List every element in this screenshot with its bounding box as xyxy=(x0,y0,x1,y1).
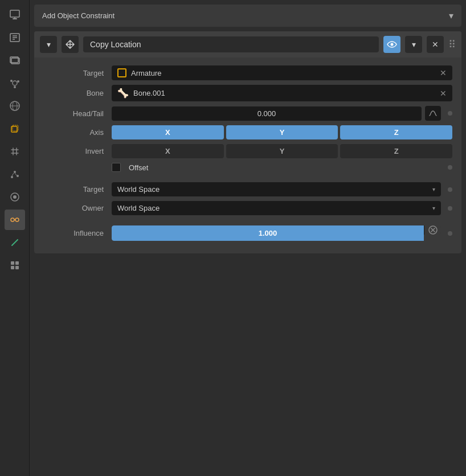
add-constraint-arrow: ▾ xyxy=(449,10,453,21)
invert-y-button[interactable]: Y xyxy=(226,144,338,158)
owner-space-value: World Space xyxy=(117,204,160,212)
offset-row: Offset xyxy=(43,163,452,172)
bone-field[interactable]: 🦴 Bone.001 ✕ xyxy=(112,85,452,101)
sidebar-item-particles[interactable] xyxy=(5,164,25,184)
invert-group: X Y Z xyxy=(112,144,452,158)
influence-row: Influence 1.000 xyxy=(43,225,452,241)
constraint-close-button[interactable]: ✕ xyxy=(427,36,444,53)
bone-clear-button[interactable]: ✕ xyxy=(440,89,447,98)
svg-point-10 xyxy=(10,80,13,82)
sidebar-item-modifier[interactable] xyxy=(5,141,25,162)
svg-rect-1 xyxy=(13,18,17,19)
invert-label: Invert xyxy=(43,147,112,155)
constraint-header: ▾ Copy Location ▾ xyxy=(34,31,461,58)
svg-point-25 xyxy=(11,218,14,221)
svg-point-19 xyxy=(14,171,16,173)
constraint-body: Target Armature ✕ Bone 🦴 Bone.001 ✕ xyxy=(34,58,461,253)
constraint-drag-handle[interactable]: ⠿ xyxy=(448,38,456,51)
influence-label: Influence xyxy=(43,229,112,237)
bone-label: Bone xyxy=(43,89,112,97)
sidebar-item-object[interactable] xyxy=(5,118,25,139)
collapse-button[interactable]: ▾ xyxy=(40,36,57,53)
invert-row: Invert X Y Z xyxy=(43,144,452,158)
close-icon: ✕ xyxy=(432,40,439,49)
curve-button[interactable] xyxy=(425,106,441,121)
sidebar-item-scene[interactable] xyxy=(5,73,25,93)
svg-point-9 xyxy=(13,81,17,85)
influence-field[interactable]: 1.000 xyxy=(112,225,424,241)
invert-z-button[interactable]: Z xyxy=(340,144,452,158)
bone-control: 🦴 Bone.001 ✕ xyxy=(112,85,452,101)
sidebar-item-render[interactable] xyxy=(5,5,25,25)
svg-rect-31 xyxy=(11,266,14,269)
svg-rect-32 xyxy=(15,266,19,269)
head-tail-field[interactable]: 0.000 xyxy=(112,106,422,121)
target-clear-button[interactable]: ✕ xyxy=(440,68,447,77)
sidebar-item-physics[interactable] xyxy=(5,187,25,207)
sidebar-item-data[interactable] xyxy=(5,232,25,253)
head-tail-label: Head/Tail xyxy=(43,109,112,118)
target-field[interactable]: Armature ✕ xyxy=(112,65,452,80)
svg-point-11 xyxy=(17,80,19,83)
collapse-arrow-icon: ▾ xyxy=(47,40,51,49)
eye-icon xyxy=(387,40,397,48)
svg-line-22 xyxy=(15,173,17,175)
svg-rect-30 xyxy=(15,261,19,265)
target-space-control: World Space ▾ xyxy=(112,182,452,196)
svg-point-12 xyxy=(14,86,16,88)
move-icon xyxy=(65,39,75,50)
visibility-toggle[interactable] xyxy=(383,36,400,53)
target-space-row: Target World Space ▾ xyxy=(43,182,452,196)
owner-space-arrow-icon: ▾ xyxy=(432,205,435,211)
sidebar xyxy=(0,0,30,476)
axis-z-button[interactable]: Z xyxy=(340,125,452,139)
svg-line-21 xyxy=(12,173,14,176)
svg-rect-0 xyxy=(10,10,19,17)
bone-row: Bone 🦴 Bone.001 ✕ xyxy=(43,85,452,101)
head-tail-row: Head/Tail 0.000 xyxy=(43,106,452,121)
move-handle[interactable] xyxy=(62,36,79,53)
influence-close-icon xyxy=(428,225,438,235)
target-value: Armature xyxy=(131,69,161,77)
head-tail-dot xyxy=(448,111,452,116)
owner-space-dropdown[interactable]: World Space ▾ xyxy=(112,201,441,215)
owner-space-label: Owner xyxy=(43,204,112,212)
sidebar-item-view-layer[interactable] xyxy=(5,50,25,71)
target-control: Armature ✕ xyxy=(112,65,452,80)
axis-label: Axis xyxy=(43,128,112,137)
owner-space-control: World Space ▾ xyxy=(112,201,452,215)
svg-point-20 xyxy=(17,175,19,177)
axis-group: X Y Z xyxy=(112,125,452,139)
influence-wrapper: 1.000 xyxy=(112,225,441,241)
constraint-title: Copy Location xyxy=(83,36,379,52)
svg-point-24 xyxy=(13,195,17,199)
sidebar-item-output[interactable] xyxy=(5,27,25,48)
curve-icon xyxy=(428,109,438,118)
svg-line-28 xyxy=(12,240,18,245)
invert-x-button[interactable]: X xyxy=(112,144,224,158)
target-space-label: Target xyxy=(43,185,112,194)
axis-row: Axis X Y Z xyxy=(43,125,452,139)
head-tail-control: 0.000 xyxy=(112,106,452,121)
main-content: Add Object Constraint ▾ ▾ Copy Location xyxy=(30,0,466,476)
target-label: Target xyxy=(43,69,112,77)
offset-dot xyxy=(448,165,452,170)
add-constraint-bar[interactable]: Add Object Constraint ▾ xyxy=(34,5,461,27)
sidebar-item-constraint[interactable] xyxy=(5,210,25,230)
offset-control: Offset xyxy=(112,163,452,172)
offset-label: Offset xyxy=(129,163,148,172)
armature-icon xyxy=(117,68,126,77)
target-space-arrow-icon: ▾ xyxy=(432,186,435,192)
influence-clear-button[interactable] xyxy=(424,225,441,235)
offset-checkbox[interactable] xyxy=(112,163,121,172)
target-space-dropdown[interactable]: World Space ▾ xyxy=(112,182,441,196)
constraint-options-button[interactable]: ▾ xyxy=(405,36,422,53)
svg-point-33 xyxy=(391,43,394,46)
axis-control: X Y Z xyxy=(112,125,452,139)
sidebar-item-world[interactable] xyxy=(5,96,25,116)
target-space-dot xyxy=(448,187,452,192)
constraint-panel: ▾ Copy Location ▾ xyxy=(34,31,461,253)
axis-y-button[interactable]: Y xyxy=(226,125,338,139)
axis-x-button[interactable]: X xyxy=(112,125,224,139)
sidebar-item-material[interactable] xyxy=(5,255,25,276)
